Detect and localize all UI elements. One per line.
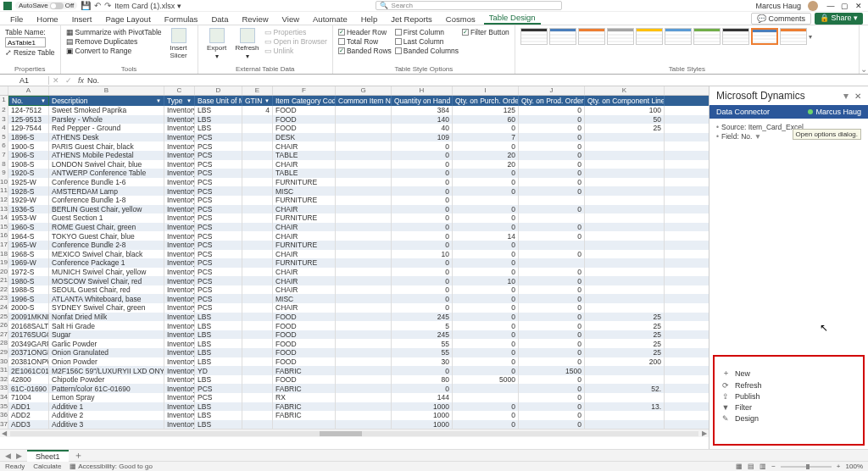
minimize-button[interactable]: — — [825, 2, 837, 10]
menu-review[interactable]: Review — [236, 13, 273, 25]
table-row[interactable]: 221988-SSEOUL Guest Chair, redInventoryP… — [0, 285, 709, 295]
banded-rows-check[interactable]: Banded Rows — [338, 47, 392, 55]
sheet-nav-prev[interactable]: ◀ — [5, 452, 11, 460]
menu-cosmos[interactable]: Cosmos — [441, 13, 481, 25]
table-row[interactable]: 191969-WConference Package 1InventoryPCS… — [0, 258, 709, 268]
table-row[interactable]: 242000-SSYDNEY Swivel Chair, greenInvent… — [0, 303, 709, 313]
table-row[interactable]: 211980-SMOSCOW Swivel Chair, redInventor… — [0, 276, 709, 285]
action-design[interactable]: ✎Design — [721, 414, 856, 423]
fx-label[interactable]: fx — [75, 76, 87, 85]
table-row[interactable]: 2124-7512Sweet Smoked PaprikaInventoryLB… — [0, 106, 709, 115]
table-row[interactable]: 171965-WConference Bundle 2-8InventoryPC… — [0, 241, 709, 250]
add-sheet-button[interactable]: ＋ — [74, 449, 83, 462]
share-button[interactable]: 🔒 Share ▾ — [815, 13, 863, 25]
th-category[interactable]: Item Category Code▼ — [273, 96, 336, 106]
view-page-icon[interactable]: ▤ — [748, 463, 754, 470]
first-col-check[interactable]: First Column — [395, 28, 459, 36]
th-qcomp[interactable]: Qty. on Component Lines▼ — [585, 96, 665, 106]
th-qprod[interactable]: Qty. on Prod. Order▼ — [519, 96, 585, 106]
dynamics-menu-icon[interactable]: ▾ — [843, 90, 849, 102]
menu-page-layout[interactable]: Page Layout — [100, 13, 155, 25]
menu-automate[interactable]: Automate — [308, 13, 353, 25]
table-row[interactable]: 181968-SMEXICO Swivel Chair, blackInvent… — [0, 250, 709, 259]
table-row[interactable]: 37ADD3Additive 3InventoryLBS100000 — [0, 420, 709, 429]
remove-duplicates-button[interactable]: ▤ Remove Duplicates — [66, 37, 162, 46]
table-row[interactable]: 2820349GARPGarlic PowderInventoryLBSFOOD… — [0, 339, 709, 348]
table-name-input[interactable] — [5, 37, 46, 47]
th-description[interactable]: Description▼ — [49, 96, 164, 106]
menu-insert[interactable]: Insert — [67, 13, 97, 25]
table-row[interactable]: 312E1061C01690M2F156C 59"/LUXURYII LXD O… — [0, 366, 709, 375]
maximize-button[interactable]: ▢ — [838, 2, 850, 10]
menu-formulas[interactable]: Formulas — [159, 13, 203, 25]
header-row-check[interactable]: Header Row — [338, 28, 392, 36]
table-row[interactable]: 141953-WGuest Section 1InventoryPCSFURNI… — [0, 213, 709, 223]
table-row[interactable]: 2920371ONGROnion GranulatedInventoryLBSF… — [0, 348, 709, 357]
document-title[interactable]: Item Card (1).xlsx ▾ — [114, 2, 181, 10]
table-row[interactable]: 151960-SROME Guest Chair, greenInventory… — [0, 223, 709, 232]
menu-home[interactable]: Home — [31, 13, 63, 25]
name-box[interactable]: A1 — [0, 76, 49, 85]
table-row[interactable]: 3020381ONPWOnion PowderInventoryLBSFOOD3… — [0, 357, 709, 367]
table-row[interactable]: 101925-WConference Bundle 1-6InventoryPC… — [0, 178, 709, 187]
table-row[interactable]: 36ADD2Additive 2InventoryLBSFABRIC100000 — [0, 411, 709, 420]
zoom-level[interactable]: 100% — [846, 463, 863, 470]
zoom-in-button[interactable]: + — [837, 463, 841, 470]
table-row[interactable]: 3242800Chipotle PowderInventoryLBSFOOD80… — [0, 375, 709, 385]
action-refresh[interactable]: ⟳Refresh — [721, 381, 856, 390]
pivot-button[interactable]: ▦ Summarize with PivotTable — [66, 28, 162, 36]
table-row[interactable]: 35ADD1Additive 1InventoryLBSFABRIC100000… — [0, 402, 709, 412]
style-gallery-more[interactable]: ▾ — [809, 33, 812, 41]
sheet-tab-sheet1[interactable]: Sheet1 — [27, 450, 69, 462]
th-type[interactable]: Type▼ — [164, 96, 195, 106]
last-col-check[interactable]: Last Column — [395, 37, 459, 46]
search-input[interactable]: 🔍 Search — [376, 1, 562, 10]
th-qpo[interactable]: Qty. on Purch. Order▼ — [453, 96, 519, 106]
zoom-out-button[interactable]: − — [771, 463, 776, 470]
insert-slicer-button[interactable]: Insert Slicer — [165, 28, 192, 59]
refresh-button[interactable]: Refresh▾ — [234, 28, 261, 60]
ribbon-collapse-button[interactable]: ⌄ — [860, 25, 868, 74]
table-row[interactable]: 4129-7544Red Pepper - GroundInventoryLBS… — [0, 124, 709, 133]
banded-cols-check[interactable]: Banded Columns — [395, 47, 459, 55]
export-button[interactable]: Export▾ — [203, 28, 231, 60]
menu-view[interactable]: View — [277, 13, 304, 25]
data-connector-user[interactable]: Marcus Haug — [808, 108, 861, 116]
comments-button[interactable]: 💬 Comments — [751, 13, 811, 25]
user-name[interactable]: Marcus Haug — [755, 2, 801, 10]
horizontal-scrollbar[interactable]: ◀ ▶ — [0, 429, 709, 437]
table-row[interactable]: 201972-SMUNICH Swivel Chair, yellowInven… — [0, 268, 709, 277]
table-style-gallery[interactable]: ▾ — [520, 28, 854, 45]
table-row[interactable]: 161964-STOKYO Guest Chair, blueInventory… — [0, 231, 709, 241]
table-row[interactable]: 131936-SBERLIN Guest Chair, yellowInvent… — [0, 205, 709, 214]
scroll-left-icon[interactable]: ◀ — [0, 429, 8, 437]
convert-range-button[interactable]: ▣ Convert to Range — [66, 47, 162, 55]
filter-button-check[interactable]: Filter Button — [462, 28, 509, 36]
th-gtin[interactable]: GTIN▼ — [242, 96, 273, 106]
table-row[interactable]: 2620168SALTSalt Hi GradeInventoryLBSFOOD… — [0, 321, 709, 330]
th-no[interactable]: No.▼ — [8, 96, 49, 106]
save-icon[interactable]: 💾 — [81, 1, 91, 10]
avatar[interactable] — [808, 1, 818, 11]
sheet-nav-next[interactable]: ▶ — [16, 452, 22, 460]
formula-input[interactable]: No. — [87, 76, 99, 85]
zoom-slider[interactable] — [781, 466, 832, 468]
view-break-icon[interactable]: ▥ — [760, 463, 766, 470]
total-row-check[interactable]: Total Row — [338, 37, 392, 46]
table-row[interactable]: 61900-SPARIS Guest Chair, blackInventory… — [0, 141, 709, 151]
menu-table-design[interactable]: Table Design — [484, 11, 541, 25]
table-row[interactable]: 3125-9513Parsley - WholeInventoryLBSFOOD… — [0, 115, 709, 125]
table-row[interactable]: 81908-SLONDON Swivel Chair, blueInventor… — [0, 160, 709, 169]
action-publish[interactable]: ⇪Publish — [721, 392, 856, 401]
table-row[interactable]: 71906-SATHENS Mobile PedestalInventoryPC… — [0, 151, 709, 160]
dynamics-close-button[interactable]: ✕ — [854, 91, 861, 101]
status-accessibility[interactable]: ▦ Accessibility: Good to go — [70, 463, 152, 470]
menu-data[interactable]: Data — [206, 13, 233, 25]
th-qoh[interactable]: Quantity on Hand▼ — [392, 96, 453, 106]
close-button[interactable]: ✕ — [853, 2, 865, 10]
table-row[interactable]: 91920-SANTWERP Conference TableInventory… — [0, 169, 709, 178]
table-row[interactable]: 111928-SAMSTERDAM LampInventoryPCSMISC00… — [0, 186, 709, 196]
table-row[interactable]: 2520091MKNDNonfat Dried MilkInventoryLBS… — [0, 313, 709, 322]
table-row[interactable]: 121929-WConference Bundle 1-8InventoryPC… — [0, 196, 709, 205]
undo-icon[interactable]: ↶ — [94, 1, 101, 10]
